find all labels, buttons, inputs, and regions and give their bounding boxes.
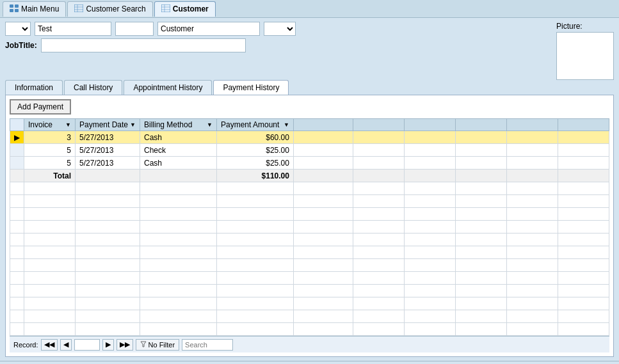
extra-3-4 <box>456 157 507 170</box>
no-filter-button[interactable]: No Filter <box>136 339 180 351</box>
no-filter-label: No Filter <box>149 341 175 349</box>
payment-history-panel: Add Payment Invoice ▼ Payment Date ▼ <box>5 95 614 357</box>
tab-payment-history[interactable]: Payment History <box>213 80 289 95</box>
date-cell-1: 5/27/2013 <box>76 131 140 144</box>
extra-1-1 <box>293 131 353 144</box>
add-payment-button[interactable]: Add Payment <box>10 99 71 115</box>
table-row[interactable]: 5 5/27/2013 Check $25.00 <box>10 144 609 157</box>
main-content: Test Customer JobTitle: Picture: Informa… <box>0 18 619 361</box>
extra-1-4 <box>456 131 507 144</box>
extra-1-6 <box>558 131 609 144</box>
total-row: Total $110.00 <box>10 170 609 182</box>
date-sort-icon: ▼ <box>130 122 136 128</box>
extra-header-5 <box>507 119 558 131</box>
extra-header-6 <box>558 119 609 131</box>
extra-3-1 <box>293 157 353 170</box>
bottom-bar: Save & Close Save & New Delete Cancel Pr… <box>0 361 619 364</box>
record-nav-label: Record: <box>13 341 38 349</box>
total-indicator <box>10 170 24 182</box>
table-icon-2 <box>161 4 170 14</box>
total-method <box>140 170 216 182</box>
nav-next-button[interactable]: ▶ <box>102 339 114 351</box>
table-row[interactable]: 5 5/27/2013 Cash $25.00 <box>10 157 609 170</box>
extra-2-5 <box>507 144 558 157</box>
tab-appointment-history[interactable]: Appointment History <box>124 80 212 95</box>
extra-1-3 <box>405 131 456 144</box>
invoice-cell-1: 3 <box>24 131 76 144</box>
picture-label: Picture: <box>556 22 583 31</box>
middle-name-input[interactable] <box>115 22 154 36</box>
tab-appointment-history-label: Appointment History <box>133 83 202 92</box>
date-cell-2: 5/27/2013 <box>76 144 140 157</box>
tab-call-history-label: Call History <box>74 83 113 92</box>
empty-row <box>10 208 609 221</box>
empty-row <box>10 195 609 208</box>
row-indicator-2 <box>10 144 24 157</box>
method-cell-1: Cash <box>140 131 216 144</box>
svg-rect-2 <box>10 9 13 12</box>
row-indicator-header <box>10 119 24 131</box>
table-icon <box>74 4 83 14</box>
tab-main-menu-label: Main Menu <box>21 4 59 13</box>
amount-col-header[interactable]: Payment Amount ▼ <box>216 119 293 131</box>
method-sort-icon: ▼ <box>207 122 213 128</box>
funnel-icon <box>140 341 147 349</box>
method-cell-2: Check <box>140 144 216 157</box>
date-cell-3: 5/27/2013 <box>76 157 140 170</box>
nav-prev-button[interactable]: ◀ <box>60 339 72 351</box>
method-cell-3: Cash <box>140 157 216 170</box>
form-area: Test Customer JobTitle: <box>5 22 556 80</box>
date-col-header[interactable]: Payment Date ▼ <box>76 119 140 131</box>
picture-box: Picture: <box>556 22 614 80</box>
total-extra-3 <box>405 170 456 182</box>
invoice-col-header[interactable]: Invoice ▼ <box>24 119 76 131</box>
amount-cell-2: $25.00 <box>216 144 293 157</box>
tab-call-history[interactable]: Call History <box>64 80 122 95</box>
tab-information[interactable]: Information <box>5 80 63 95</box>
extra-header-1 <box>293 119 353 131</box>
tab-customer-label: Customer <box>173 4 209 13</box>
search-input[interactable] <box>182 339 233 351</box>
nav-last-button[interactable]: ▶▶ <box>117 339 133 351</box>
payment-table: Invoice ▼ Payment Date ▼ Billing Method <box>10 118 609 336</box>
total-label: Total <box>24 170 76 182</box>
tab-customer-search-label: Customer Search <box>86 4 145 13</box>
extra-header-3 <box>405 119 456 131</box>
first-name-input[interactable]: Test <box>35 22 111 36</box>
invoice-cell-2: 5 <box>24 144 76 157</box>
extra-1-5 <box>507 131 558 144</box>
extra-header-4 <box>456 119 507 131</box>
suffix-dropdown[interactable] <box>264 22 296 36</box>
row-indicator-3 <box>10 157 24 170</box>
amount-sort-icon: ▼ <box>284 122 289 128</box>
empty-row <box>10 297 609 310</box>
jobtitle-input[interactable] <box>41 38 246 52</box>
extra-2-2 <box>353 144 405 157</box>
empty-row <box>10 259 609 272</box>
empty-row <box>10 272 609 285</box>
svg-rect-3 <box>15 9 19 12</box>
tab-customer[interactable]: Customer <box>154 1 216 17</box>
extra-header-2 <box>353 119 405 131</box>
total-extra-2 <box>353 170 405 182</box>
tab-customer-search[interactable]: Customer Search <box>67 1 152 17</box>
title-bar: Main Menu Customer Search Customer <box>0 0 619 18</box>
nav-first-button[interactable]: ◀◀ <box>41 339 58 351</box>
total-extra-4 <box>456 170 507 182</box>
last-name-input[interactable]: Customer <box>157 22 260 36</box>
extra-3-3 <box>405 157 456 170</box>
grid-icon <box>10 4 19 14</box>
prefix-dropdown[interactable] <box>5 22 31 36</box>
empty-row <box>10 246 609 259</box>
empty-row <box>10 285 609 297</box>
tab-main-menu[interactable]: Main Menu <box>3 1 66 17</box>
customer-header: Test Customer <box>5 22 556 36</box>
method-col-header[interactable]: Billing Method ▼ <box>140 119 216 131</box>
tab-payment-history-label: Payment History <box>223 83 279 92</box>
table-row[interactable]: ▶ 3 5/27/2013 Cash $60.00 <box>10 131 609 144</box>
extra-3-6 <box>558 157 609 170</box>
record-number-input[interactable] <box>74 339 100 351</box>
picture-frame <box>556 32 614 80</box>
total-extra-6 <box>558 170 609 182</box>
total-extra-1 <box>293 170 353 182</box>
